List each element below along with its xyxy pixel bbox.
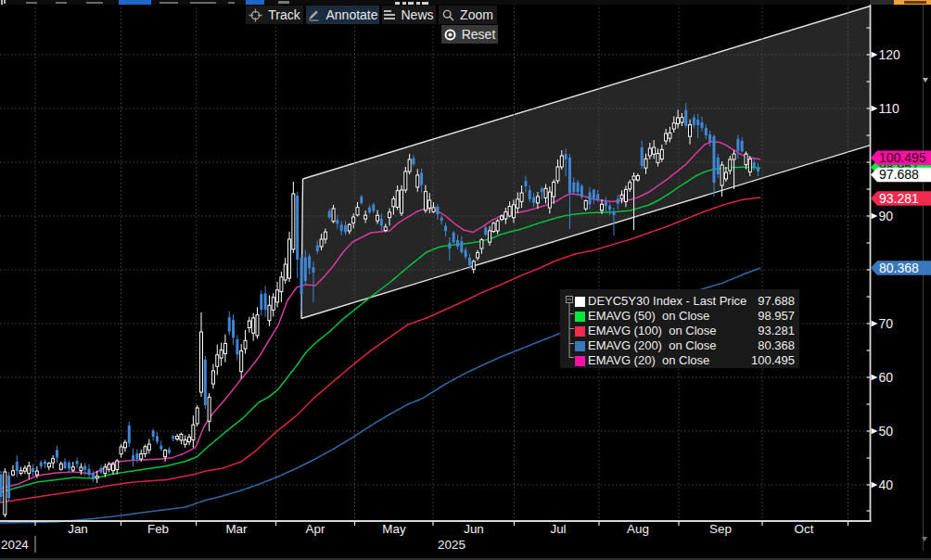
svg-text:90: 90 (879, 209, 894, 223)
svg-text:93.281: 93.281 (879, 191, 919, 206)
svg-text:50: 50 (879, 424, 894, 439)
svg-text:May: May (382, 522, 406, 536)
svg-text:Oct: Oct (795, 522, 814, 536)
svg-text:Apr: Apr (306, 522, 325, 536)
svg-text:40: 40 (879, 477, 894, 492)
svg-text:Mar: Mar (225, 522, 248, 536)
svg-text:60: 60 (879, 370, 894, 385)
svg-text:Sep: Sep (709, 522, 732, 536)
svg-text:2025: 2025 (438, 538, 466, 552)
svg-text:110: 110 (879, 101, 900, 116)
svg-text:Feb: Feb (147, 522, 169, 536)
svg-text:Jan: Jan (68, 522, 88, 536)
svg-text:2024: 2024 (1, 538, 29, 552)
svg-text:100.495: 100.495 (879, 150, 926, 165)
svg-text:80.368: 80.368 (879, 261, 919, 275)
svg-text:Jun: Jun (464, 522, 484, 536)
svg-text:70: 70 (879, 316, 894, 331)
svg-text:Jul: Jul (550, 522, 566, 536)
svg-text:Aug: Aug (627, 522, 649, 536)
svg-text:120: 120 (879, 47, 901, 62)
svg-text:97.688: 97.688 (879, 167, 919, 182)
